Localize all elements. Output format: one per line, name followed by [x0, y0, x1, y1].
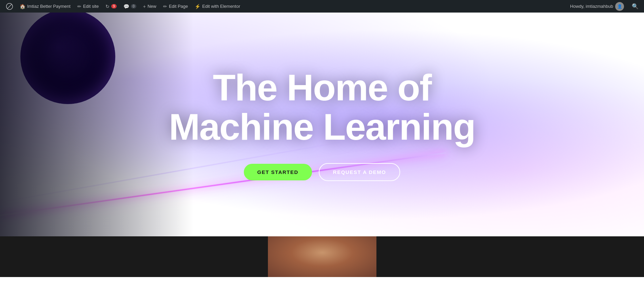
new-plus-icon: + [143, 4, 146, 9]
edit-site-button[interactable]: ✏ Edit site [74, 0, 102, 13]
peek-face-image [268, 236, 376, 277]
edit-elementor-button[interactable]: ⚡ Edit with Elementor [191, 0, 243, 13]
edit-page-label: Edit Page [169, 4, 188, 9]
edit-page-icon: ✏ [163, 4, 167, 9]
updates-badge: 9 [111, 4, 117, 8]
hero-title-line1: The Home of [213, 66, 431, 108]
admin-search-button[interactable]: 🔍 [629, 0, 641, 13]
hero-title-line2: Machine Learning [169, 106, 475, 148]
peek-image [268, 236, 376, 277]
user-account-button[interactable]: Howdy, imtiazmahbub 👤 [567, 0, 627, 13]
site-icon: 🏠 [20, 4, 25, 9]
updates-button[interactable]: ↻ 9 [102, 0, 120, 13]
request-demo-button[interactable]: REQUEST A DEMO [319, 163, 401, 181]
comments-button[interactable]: 💬 0 [120, 0, 140, 13]
updates-icon: ↻ [105, 4, 110, 9]
main-content: The Home of Machine Learning GET STARTED… [0, 13, 644, 277]
hero-section: The Home of Machine Learning GET STARTED… [0, 13, 644, 236]
site-name-label: Imtiaz Better Payment [27, 4, 71, 9]
elementor-icon: ⚡ [195, 4, 200, 9]
edit-elementor-label: Edit with Elementor [202, 4, 240, 9]
edit-site-label: Edit site [83, 4, 99, 9]
search-icon: 🔍 [632, 3, 639, 9]
new-button[interactable]: + New [140, 0, 160, 13]
howdy-text: Howdy, imtiazmahbub [570, 4, 613, 9]
wp-logo-button[interactable] [3, 0, 16, 13]
hero-content: The Home of Machine Learning GET STARTED… [155, 68, 489, 181]
hero-title: The Home of Machine Learning [169, 68, 475, 146]
site-name-button[interactable]: 🏠 Imtiaz Better Payment [16, 0, 74, 13]
edit-page-button[interactable]: ✏ Edit Page [160, 0, 191, 13]
edit-site-icon: ✏ [77, 4, 81, 9]
comments-icon: 💬 [123, 4, 129, 9]
admin-bar: 🏠 Imtiaz Better Payment ✏ Edit site ↻ 9 … [0, 0, 644, 13]
get-started-button[interactable]: GET STARTED [244, 164, 312, 180]
hero-buttons: GET STARTED REQUEST A DEMO [169, 163, 475, 181]
new-label: New [148, 4, 156, 9]
avatar-icon: 👤 [617, 4, 622, 9]
bottom-peek-section [0, 236, 644, 277]
user-avatar: 👤 [615, 2, 624, 11]
comments-badge: 0 [131, 4, 136, 8]
